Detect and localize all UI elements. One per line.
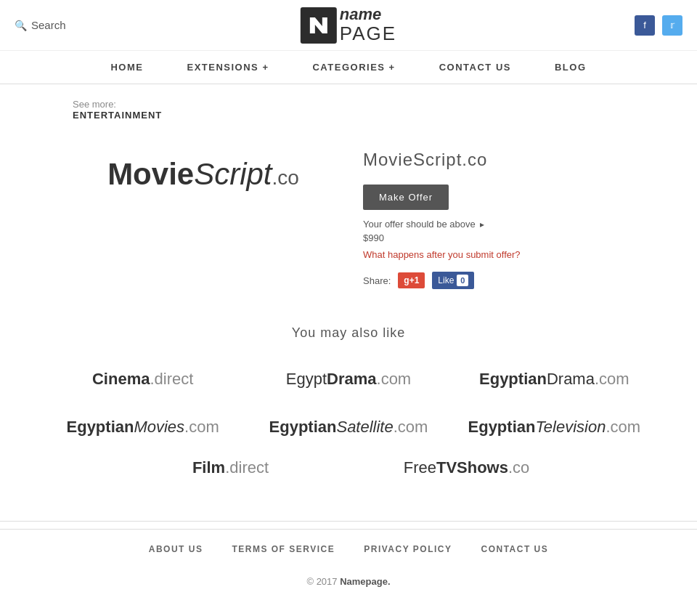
list-item[interactable]: Cinema.direct xyxy=(44,362,242,396)
domain-logo-area: MovieScript.co xyxy=(73,142,334,289)
header: 🔍 Search name PAGE f 𝕣 xyxy=(0,0,697,51)
main-content: MovieScript.co MovieScript.co Make Offer… xyxy=(0,135,697,318)
fb-like-count: 0 xyxy=(457,275,468,286)
footer-copyright: © 2017 Namepage. xyxy=(0,569,697,609)
share-row: Share: g+1 Like 0 xyxy=(363,272,624,289)
footer-privacy[interactable]: PRIVACY POLICY xyxy=(364,544,452,554)
also-like-title: You may also like xyxy=(44,325,653,341)
social-links: f 𝕣 xyxy=(635,15,682,36)
list-item[interactable]: FreeTVShows.co xyxy=(352,451,581,485)
footer-contact[interactable]: CONTACT US xyxy=(481,544,548,554)
nav-blog[interactable]: BLOG xyxy=(547,51,594,84)
main-nav: HOME EXTENSIONS + CATEGORIES + CONTACT U… xyxy=(0,51,697,84)
domain-logo-part2: Script xyxy=(194,157,272,191)
list-item[interactable]: EgyptDrama.com xyxy=(249,362,447,396)
logo-icon xyxy=(301,7,337,44)
footer-terms[interactable]: TERMS OF SERVICE xyxy=(232,544,335,554)
breadcrumb: See more: ENTERTAINMENT xyxy=(0,84,697,135)
domain-grid: Cinema.direct EgyptDrama.com EgyptianDra… xyxy=(44,362,653,444)
search-icon: 🔍 xyxy=(15,20,27,31)
domain-grid-bottom: Film.direct FreeTVShows.co xyxy=(116,451,581,485)
nav-home[interactable]: HOME xyxy=(103,51,150,84)
see-more-label: See more: xyxy=(73,99,624,110)
domain-logo-ext: .co xyxy=(272,166,299,189)
also-like-section: You may also like Cinema.direct EgyptDra… xyxy=(0,318,697,514)
list-item[interactable]: Film.direct xyxy=(116,451,345,485)
list-item[interactable]: EgyptianTelevision.com xyxy=(455,410,653,444)
offer-arrow-icon: ▸ xyxy=(480,219,484,230)
offer-above-text: Your offer should be above xyxy=(363,219,476,230)
offer-price: $990 xyxy=(363,232,624,243)
nav-extensions[interactable]: EXTENSIONS + xyxy=(179,51,276,84)
domain-logo: MovieScript.co xyxy=(107,157,299,192)
make-offer-button[interactable]: Make Offer xyxy=(363,185,449,210)
domain-info: MovieScript.co Make Offer Your offer sho… xyxy=(363,142,624,289)
domain-logo-part1: Movie xyxy=(107,157,194,191)
domain-title: MovieScript.co xyxy=(363,150,624,170)
what-happens-link[interactable]: What happens after you submit offer? xyxy=(363,249,624,260)
logo-words: name PAGE xyxy=(337,6,396,44)
search-button[interactable]: 🔍 Search xyxy=(15,19,66,31)
search-label: Search xyxy=(31,19,66,31)
nav-contact[interactable]: CONTACT US xyxy=(432,51,518,84)
copyright-year: © 2017 xyxy=(306,576,337,587)
footer-nav: ABOUT US TERMS OF SERVICE PRIVACY POLICY… xyxy=(0,529,697,569)
footer-divider xyxy=(0,521,697,522)
fb-like-label: Like xyxy=(438,275,454,285)
domain-name-display: MovieScript.co xyxy=(363,150,487,169)
share-label: Share: xyxy=(363,275,391,286)
list-item[interactable]: EgyptianSatellite.com xyxy=(249,410,447,444)
site-logo[interactable]: name PAGE xyxy=(301,6,396,44)
brand-link[interactable]: Namepage. xyxy=(340,576,390,587)
breadcrumb-category[interactable]: ENTERTAINMENT xyxy=(73,110,624,121)
twitter-link[interactable]: 𝕣 xyxy=(662,15,682,36)
facebook-like-button[interactable]: Like 0 xyxy=(432,272,474,289)
nav-categories[interactable]: CATEGORIES + xyxy=(305,51,402,84)
list-item[interactable]: EgyptianMovies.com xyxy=(44,410,242,444)
facebook-link[interactable]: f xyxy=(635,15,655,36)
offer-info: Your offer should be above ▸ xyxy=(363,219,624,230)
google-plus-button[interactable]: g+1 xyxy=(398,272,425,288)
list-item[interactable]: EgyptianDrama.com xyxy=(455,362,653,396)
footer-about[interactable]: ABOUT US xyxy=(149,544,203,554)
